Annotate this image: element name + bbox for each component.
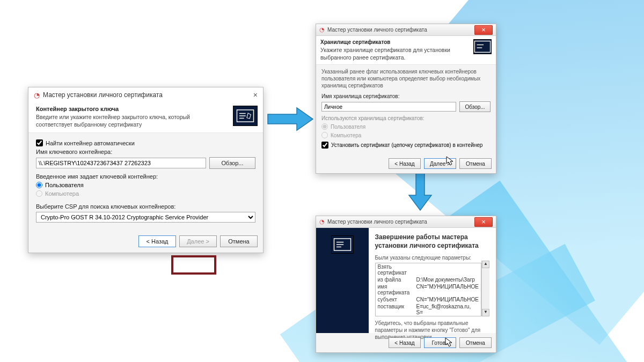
cancel-button[interactable]: Отмена xyxy=(459,337,492,348)
container-scope-label: Введенное имя задает ключевой контейнер: xyxy=(36,173,255,180)
finish-title-1: Завершение работы мастера xyxy=(375,233,489,241)
radio-computer: Компьютера xyxy=(36,190,255,197)
browse-button[interactable]: Обзор... xyxy=(209,157,255,169)
install-chain-label: Установить сертификат (цепочку сертифика… xyxy=(331,142,482,148)
params-label: Были указаны следующие параметры: xyxy=(375,255,489,261)
cancel-button[interactable]: Отмена xyxy=(459,158,492,169)
csp-select[interactable]: Crypto-Pro GOST R 34.10-2012 Cryptograph… xyxy=(36,212,255,223)
header-subtitle: Введите или укажите контейнер закрытого … xyxy=(36,114,228,128)
svg-marker-0 xyxy=(268,108,313,130)
close-icon[interactable]: × xyxy=(474,217,493,227)
svg-marker-9 xyxy=(447,157,453,165)
svg-marker-1 xyxy=(409,171,431,210)
cancel-button[interactable]: Отмена xyxy=(220,235,258,247)
browse-button[interactable]: Обзор... xyxy=(459,101,491,112)
radio-computer-label: Компьютера xyxy=(331,132,361,138)
scroll-down-icon[interactable]: ▼ xyxy=(482,309,489,316)
next-button[interactable]: Далее > xyxy=(179,235,217,247)
svg-rect-6 xyxy=(474,41,490,53)
finish-title-2: установки личного сертификата xyxy=(375,242,489,249)
certificate-icon xyxy=(233,106,258,126)
close-icon[interactable]: × xyxy=(253,91,258,99)
uses-label: Используются хранилища сертификатов: xyxy=(321,115,491,121)
radio-user: Пользователя xyxy=(321,123,491,130)
table-row: субъектCN="МУНИЦИПАЛЬНОЕ xyxy=(376,296,481,303)
scrollbar[interactable]: ▲ ▼ xyxy=(481,261,489,316)
close-icon[interactable]: × xyxy=(474,25,493,35)
dialog-private-key-container: ◔ Мастер установки личного сертификата ×… xyxy=(28,87,264,253)
table-row: из файлаD:\Мои документы\Загр xyxy=(376,276,481,283)
container-name-label: Имя ключевого контейнера: xyxy=(36,149,255,155)
header-subtitle: Укажите хранилище сертификатов для устан… xyxy=(320,47,468,61)
auto-find-label: Найти контейнер автоматически xyxy=(46,140,135,146)
titlebar: ◔ Мастер установки личного сертификата × xyxy=(316,24,496,36)
header: Контейнер закрытого ключа Введите или ук… xyxy=(28,101,263,133)
store-name-input[interactable] xyxy=(321,102,456,112)
radio-user-label: Пользователя xyxy=(331,124,365,130)
radio-user-label: Пользователя xyxy=(45,182,84,188)
app-icon: ◔ xyxy=(319,26,325,33)
wizard-side-panel xyxy=(316,228,369,333)
install-chain-checkbox[interactable]: Установить сертификат (цепочку сертифика… xyxy=(321,142,491,149)
table-row: поставщикE=uc_fk@roskazna.ru, S= xyxy=(376,303,481,316)
back-button[interactable]: < Назад xyxy=(389,337,421,348)
window-title: Мастер установки личного сертификата xyxy=(327,27,427,33)
back-button[interactable]: < Назад xyxy=(389,158,421,169)
header-title: Контейнер закрытого ключа xyxy=(36,106,228,112)
radio-user[interactable]: Пользователя xyxy=(36,182,255,188)
csp-label: Выберите CSP для поиска ключевых контейн… xyxy=(36,203,255,210)
dialog-finish-wizard: ◔ Мастер установки личного сертификата ×… xyxy=(316,216,496,353)
mouse-cursor-icon xyxy=(446,156,455,167)
table-row: действителен с4 апреля 2022 г. 14:19:0 xyxy=(376,316,481,316)
header-title: Хранилище сертификатов xyxy=(320,39,468,45)
svg-marker-14 xyxy=(445,338,452,346)
button-row: < Назад Далее > Отмена xyxy=(28,230,263,253)
table-row: имя сертификатаCN="МУНИЦИПАЛЬНОЕ xyxy=(376,283,481,296)
parameters-list[interactable]: Взять сертификатиз файлаD:\Мои документы… xyxy=(375,263,481,316)
dialog-cert-store: ◔ Мастер установки личного сертификата ×… xyxy=(316,24,496,174)
highlight-next-button xyxy=(171,255,216,275)
app-icon: ◔ xyxy=(319,218,325,225)
note-text: Указанный ранее флаг использования ключе… xyxy=(321,68,491,89)
app-icon: ◔ xyxy=(34,91,40,99)
window-title: Мастер установки личного сертификата xyxy=(327,219,427,225)
store-name-label: Имя хранилища сертификатов: xyxy=(321,93,491,99)
radio-computer-label: Компьютера xyxy=(45,190,79,197)
titlebar: ◔ Мастер установки личного сертификата × xyxy=(316,216,496,228)
radio-computer: Компьютера xyxy=(321,132,491,138)
back-button[interactable]: < Назад xyxy=(138,235,176,247)
mouse-cursor-icon xyxy=(445,337,453,348)
auto-find-checkbox[interactable]: Найти контейнер автоматически xyxy=(36,139,255,146)
container-name-input[interactable] xyxy=(36,158,206,168)
certificate-icon xyxy=(473,39,492,54)
table-row: Взять сертификат xyxy=(376,263,481,276)
titlebar: ◔ Мастер установки личного сертификата × xyxy=(28,87,263,101)
scroll-up-icon[interactable]: ▲ xyxy=(482,261,489,268)
window-title: Мастер установки личного сертификата xyxy=(43,91,163,99)
